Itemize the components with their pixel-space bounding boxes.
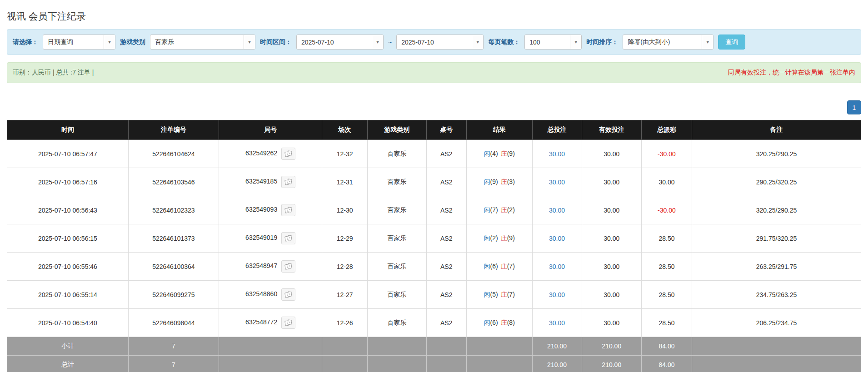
chevron-down-icon[interactable]: ▾ — [472, 35, 483, 49]
cell-result: 闲(6)庄(7) — [466, 253, 532, 281]
cell-note: 234.75/263.25 — [692, 281, 861, 309]
game-type-value: 百家乐 — [150, 35, 244, 49]
cell-note: 291.75/320.25 — [692, 224, 861, 253]
table-row: 2025-07-10 06:54:40 522646098044 6325487… — [7, 309, 861, 337]
date-to-select[interactable]: 2025-07-10 ▾ — [396, 35, 484, 50]
cell-payout: 28.50 — [642, 224, 692, 253]
view-cards-button[interactable] — [281, 148, 295, 160]
cell-result: 闲(4)庄(9) — [466, 140, 532, 168]
cell-valid-bet: 30.00 — [582, 281, 642, 309]
table-row: 2025-07-10 06:55:14 522646099275 6325488… — [7, 281, 861, 309]
cell-round-id: 632549019 — [219, 224, 322, 253]
subtotal-empty-cell — [322, 337, 368, 356]
total-bet-link[interactable]: 30.00 — [549, 319, 565, 327]
view-cards-button[interactable] — [281, 260, 295, 273]
view-cards-button[interactable] — [281, 317, 295, 329]
total-bet-link[interactable]: 30.00 — [549, 291, 565, 298]
cell-game-type: 百家乐 — [367, 224, 426, 253]
query-type-label: 请选择： — [13, 38, 38, 46]
total-bet-link[interactable]: 30.00 — [549, 150, 565, 158]
cell-round-id: 632549185 — [219, 168, 322, 196]
round-id-text: 632549093 — [245, 206, 277, 213]
result-banker-label: 庄 — [501, 263, 507, 270]
total-bet-link[interactable]: 30.00 — [549, 179, 565, 186]
date-from-select[interactable]: 2025-07-10 ▾ — [296, 35, 384, 50]
view-cards-button[interactable] — [281, 232, 295, 244]
result-banker-score: (3) — [507, 178, 515, 185]
cell-table-no: AS2 — [426, 168, 466, 196]
chevron-down-icon[interactable]: ▾ — [702, 35, 713, 49]
grand-total-empty-cell — [426, 356, 466, 372]
view-cards-button[interactable] — [281, 288, 295, 301]
subtotal-count: 7 — [128, 337, 219, 356]
cell-note: 320.25/290.25 — [692, 140, 861, 168]
cell-bet-id: 522646104624 — [128, 140, 219, 168]
page-size-select[interactable]: 100 ▾ — [524, 35, 582, 50]
col-header-valid-bet: 有效投注 — [582, 120, 642, 140]
cell-bet-id: 522646101373 — [128, 224, 219, 253]
cell-total-bet: 30.00 — [532, 140, 582, 168]
table-body: 2025-07-10 06:57:47 522646104624 6325492… — [7, 140, 861, 337]
cell-total-bet: 30.00 — [532, 253, 582, 281]
cell-table-no: AS2 — [426, 196, 466, 224]
cell-game-type: 百家乐 — [367, 309, 426, 337]
cell-session: 12-31 — [322, 168, 368, 196]
subtotal-label: 小计 — [7, 337, 129, 356]
grand-total-total-bet: 210.00 — [532, 356, 582, 372]
cell-result: 闲(5)庄(7) — [466, 281, 532, 309]
search-button[interactable]: 查询 — [718, 35, 745, 50]
col-header-total-bet: 总投注 — [532, 120, 582, 140]
chevron-down-icon[interactable]: ▾ — [570, 35, 581, 49]
col-header-table-no: 桌号 — [426, 120, 466, 140]
cell-table-no: AS2 — [426, 309, 466, 337]
total-bet-link[interactable]: 30.00 — [549, 235, 565, 242]
subtotal-empty-cell — [367, 337, 426, 356]
cell-note: 206.25/234.75 — [692, 309, 861, 337]
cell-result: 闲(9)庄(3) — [466, 168, 532, 196]
result-player-score: (5) — [490, 291, 498, 298]
date-range-separator: ~ — [388, 39, 392, 46]
col-header-bet-id: 注单编号 — [128, 120, 219, 140]
view-cards-button[interactable] — [281, 176, 295, 188]
query-type-select[interactable]: 日期查询 ▾ — [43, 35, 115, 50]
total-bet-link[interactable]: 30.00 — [549, 263, 565, 270]
chevron-down-icon[interactable]: ▾ — [104, 35, 115, 49]
cell-session: 12-32 — [322, 140, 368, 168]
chevron-down-icon[interactable]: ▾ — [244, 35, 255, 49]
cell-valid-bet: 30.00 — [582, 168, 642, 196]
page-button-1[interactable]: 1 — [847, 100, 861, 114]
table-row: 2025-07-10 06:56:15 522646101373 6325490… — [7, 224, 861, 253]
view-cards-button[interactable] — [281, 204, 295, 216]
cards-icon — [284, 291, 292, 298]
cell-note: 290.25/320.25 — [692, 168, 861, 196]
cell-valid-bet: 30.00 — [582, 140, 642, 168]
chevron-down-icon[interactable]: ▾ — [372, 35, 383, 49]
subtotal-empty-cell — [466, 337, 532, 356]
subtotal-empty-cell — [219, 337, 322, 356]
cell-bet-id: 522646099275 — [128, 281, 219, 309]
result-banker-label: 庄 — [501, 291, 507, 298]
game-type-select[interactable]: 百家乐 ▾ — [150, 35, 255, 50]
cell-total-bet: 30.00 — [532, 281, 582, 309]
cell-game-type: 百家乐 — [367, 281, 426, 309]
cell-valid-bet: 30.00 — [582, 253, 642, 281]
grand-total-count: 7 — [128, 356, 219, 372]
round-id-text: 632549262 — [245, 149, 277, 157]
subtotal-payout: 84.00 — [642, 337, 692, 356]
round-id-text: 632548947 — [245, 262, 277, 269]
sort-order-select[interactable]: 降幂(由大到小) ▾ — [623, 35, 713, 50]
cell-bet-id: 522646103546 — [128, 168, 219, 196]
grand-total-empty-cell — [367, 356, 426, 372]
result-player-label: 闲 — [484, 263, 490, 270]
cell-table-no: AS2 — [426, 224, 466, 253]
result-player-label: 闲 — [484, 150, 490, 157]
col-header-round-id: 局号 — [219, 120, 322, 140]
cell-session: 12-29 — [322, 224, 368, 253]
col-header-game-type: 游戏类别 — [367, 120, 426, 140]
cards-icon — [284, 150, 292, 157]
total-bet-link[interactable]: 30.00 — [549, 207, 565, 214]
result-banker-score: (9) — [507, 150, 515, 157]
result-player-label: 闲 — [484, 206, 490, 213]
grand-total-label: 总计 — [7, 356, 129, 372]
result-banker-score: (2) — [507, 206, 515, 213]
